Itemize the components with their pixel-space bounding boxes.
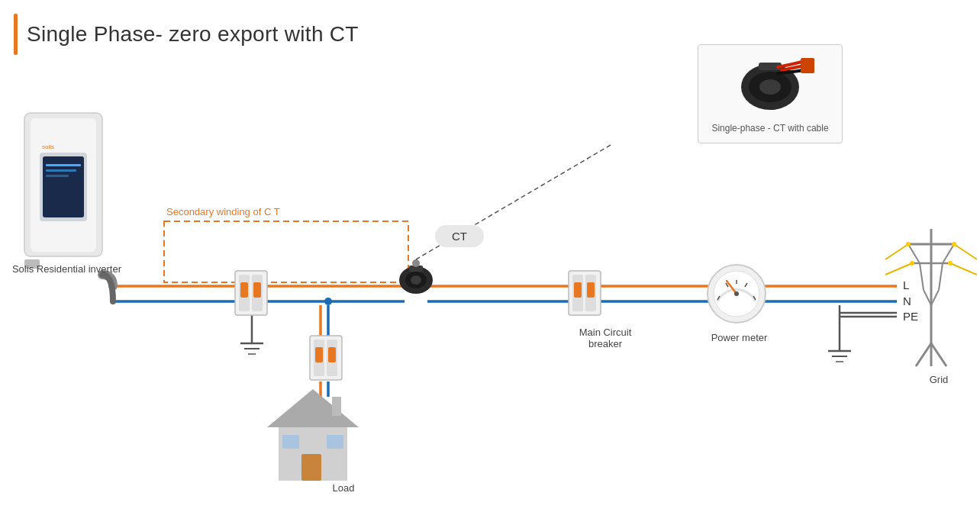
svg-line-89: [954, 244, 977, 259]
svg-point-94: [910, 261, 914, 266]
svg-rect-75: [327, 435, 343, 449]
svg-line-91: [950, 263, 977, 275]
diagram-svg: solis: [0, 0, 980, 528]
svg-line-81: [943, 244, 954, 263]
svg-line-88: [885, 244, 908, 259]
svg-line-83: [939, 263, 943, 290]
page-container: Single Phase- zero export with CT Sing: [0, 0, 980, 528]
svg-point-32: [324, 298, 332, 305]
lower-circuit-breaker: [310, 336, 342, 380]
house: [267, 389, 359, 481]
svg-rect-55: [574, 282, 582, 298]
load-label: Load: [298, 482, 389, 494]
svg-point-49: [411, 275, 421, 285]
svg-rect-60: [315, 347, 323, 362]
svg-line-86: [916, 343, 931, 366]
svg-rect-38: [46, 169, 76, 172]
svg-point-92: [906, 242, 911, 246]
l-label: L: [903, 278, 909, 291]
svg-line-82: [920, 263, 924, 290]
svg-rect-76: [332, 397, 341, 416]
svg-line-90: [885, 263, 912, 275]
n-label: N: [903, 295, 911, 307]
secondary-winding-label: Secondary winding of C T: [166, 206, 280, 217]
power-meter: [708, 265, 766, 323]
svg-rect-46: [253, 282, 261, 298]
grid-tower: [885, 229, 977, 366]
svg-rect-39: [46, 175, 69, 177]
main-circuit-breaker: [569, 271, 601, 315]
svg-rect-74: [282, 435, 299, 449]
svg-point-65: [734, 291, 739, 296]
grid-label: Grid: [912, 374, 965, 385]
svg-point-51: [412, 259, 420, 267]
left-circuit-breaker: [235, 271, 267, 315]
svg-rect-61: [328, 347, 336, 362]
svg-point-93: [952, 242, 956, 246]
svg-rect-56: [587, 282, 595, 298]
svg-text:solis: solis: [42, 143, 54, 150]
pe-label: PE: [903, 310, 918, 323]
svg-rect-45: [240, 282, 248, 298]
svg-rect-30: [164, 221, 408, 282]
ct-sensor: [399, 259, 433, 294]
svg-marker-71: [267, 389, 359, 427]
main-circuit-breaker-label: Main Circuit breaker: [563, 327, 647, 349]
svg-line-80: [908, 244, 920, 263]
power-meter-label: Power meter: [707, 332, 772, 343]
svg-line-87: [931, 343, 946, 366]
svg-point-95: [948, 261, 953, 266]
svg-rect-73: [301, 454, 321, 481]
ct-bubble-label: CT: [435, 225, 484, 247]
inverter-label: Solis Residential inverter: [8, 263, 126, 275]
svg-rect-37: [46, 164, 81, 166]
